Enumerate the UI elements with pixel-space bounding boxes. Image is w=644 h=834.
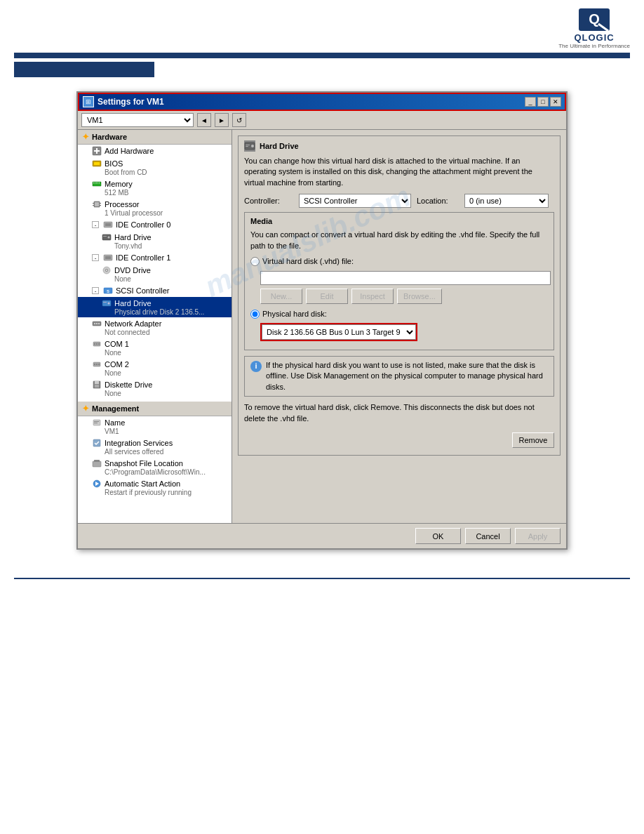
back-button[interactable]: ◄: [197, 113, 211, 127]
svg-rect-21: [105, 223, 111, 226]
svg-point-23: [108, 237, 110, 239]
memory-icon: [92, 179, 102, 189]
hardware-section-header: ✦ Hardware: [78, 130, 232, 145]
tree-item-bios[interactable]: BIOS Boot from CD: [78, 157, 232, 178]
com1-sub: None: [92, 349, 121, 357]
tree-item-dvd[interactable]: DVD Drive None: [78, 264, 232, 284]
hdd-ide0-sub: Tony.vhd: [102, 242, 142, 250]
add-hardware-label: Add Hardware: [105, 147, 154, 155]
svg-rect-5: [94, 150, 100, 152]
tree-item-ide0[interactable]: - IDE Controller 0: [78, 218, 232, 231]
network-sub: Not connected: [92, 329, 150, 336]
svg-rect-51: [94, 421, 99, 422]
minimize-button[interactable]: _: [525, 97, 536, 107]
scsi-icon: S: [103, 286, 113, 296]
add-hardware-icon: [92, 146, 102, 156]
name-label: Name: [105, 418, 125, 427]
svg-rect-12: [98, 182, 98, 184]
svg-point-41: [96, 343, 98, 345]
svg-rect-24: [103, 236, 107, 237]
hdd-scsi-label: Hard Drive: [114, 299, 152, 307]
name-icon: [92, 418, 102, 428]
tree-item-ide1[interactable]: - IDE Controller 1: [78, 251, 232, 264]
new-button[interactable]: New...: [260, 289, 302, 304]
svg-rect-16: [93, 203, 94, 204]
snapshot-label: Snapshot File Location: [105, 459, 183, 468]
snapshot-icon: [92, 458, 102, 468]
location-select[interactable]: 0 (in use): [464, 194, 549, 208]
svg-point-29: [106, 270, 107, 271]
refresh-button[interactable]: ↺: [232, 113, 246, 127]
controller-select[interactable]: SCSI Controller: [299, 194, 411, 208]
close-button[interactable]: ✕: [550, 97, 561, 107]
processor-icon: [92, 199, 102, 209]
dvd-icon: [102, 265, 112, 275]
integration-icon: [92, 438, 102, 448]
svg-rect-26: [105, 256, 111, 259]
svg-rect-38: [98, 323, 100, 324]
qlogic-logo-icon: Q: [577, 7, 611, 32]
vhd-radio-row: Virtual hard disk (.vhd) file:: [250, 257, 548, 266]
media-desc: You can compact or convert a virtual har…: [250, 230, 548, 251]
dialog-title: Settings for VM1: [98, 97, 164, 107]
tree-item-snapshot[interactable]: Snapshot File Location C:\ProgramData\Mi…: [78, 457, 232, 477]
tree-item-diskette[interactable]: Diskette Drive None: [78, 378, 232, 399]
physical-radio[interactable]: [250, 310, 260, 319]
vhd-radio[interactable]: [250, 257, 260, 266]
hdd-scsi-icon: [102, 298, 112, 308]
svg-point-44: [94, 364, 95, 365]
tree-item-memory[interactable]: Memory 512 MB: [78, 178, 232, 198]
hard-drive-section: Hard Drive You can change how this virtu…: [238, 135, 561, 456]
management-section-header: ✦ Management: [78, 402, 232, 416]
tree-item-autostart[interactable]: Automatic Start Action Restart if previo…: [78, 477, 232, 498]
tree-item-com2[interactable]: COM 2 None: [78, 358, 232, 378]
physical-disk-select[interactable]: Disk 2 136.56 GB Bus 0 Lun 3 Target 9: [262, 324, 416, 340]
tree-item-processor[interactable]: Processor 1 Virtual processor: [78, 198, 232, 218]
svg-rect-17: [93, 205, 94, 206]
tree-item-scsi[interactable]: - S SCSI Controller: [78, 284, 232, 297]
page-header: Q QLOGIC The Ultimate in Performance: [0, 0, 644, 53]
vhd-input[interactable]: [260, 271, 551, 285]
tree-item-com1[interactable]: COM 1 None: [78, 338, 232, 358]
dialog-body: ✦ Hardware Add Hardware: [78, 130, 566, 523]
tree-item-hdd-ide0[interactable]: Hard Drive Tony.vhd: [78, 231, 232, 251]
dialog-window: ⊞ Settings for VM1 _ □ ✕ VM1 ◄ ► ↺: [76, 91, 568, 550]
dvd-label: DVD Drive: [114, 266, 151, 274]
scsi-expand[interactable]: -: [92, 287, 99, 294]
svg-rect-54: [93, 461, 101, 467]
svg-rect-15: [95, 202, 99, 206]
svg-rect-48: [95, 381, 99, 384]
ok-button[interactable]: OK: [415, 528, 461, 544]
blue-bar-top: [14, 53, 630, 58]
diskette-sub: None: [92, 390, 121, 397]
inspect-button[interactable]: Inspect: [351, 289, 394, 304]
tree-item-hdd-scsi[interactable]: Hard Drive Physical drive Disk 2 136.5..…: [78, 297, 232, 317]
vm-dropdown[interactable]: VM1: [81, 113, 194, 127]
ide1-expand[interactable]: -: [92, 254, 99, 261]
apply-button[interactable]: Apply: [515, 528, 561, 544]
svg-rect-49: [95, 385, 99, 388]
tree-item-network[interactable]: Network Adapter Not connected: [78, 317, 232, 338]
section-title: Hard Drive: [260, 142, 299, 150]
main-content: ⊞ Settings for VM1 _ □ ✕ VM1 ◄ ► ↺: [0, 91, 644, 550]
star-icon: ✦: [82, 132, 89, 142]
browse-button[interactable]: Browse...: [397, 289, 442, 304]
restore-button[interactable]: □: [537, 97, 549, 107]
ide0-expand[interactable]: -: [92, 221, 99, 228]
svg-rect-61: [246, 146, 248, 147]
svg-rect-10: [95, 182, 95, 184]
forward-button[interactable]: ►: [215, 113, 229, 127]
tree-item-add-hardware[interactable]: Add Hardware: [78, 145, 232, 157]
section-group-title: Hard Drive: [244, 140, 554, 152]
edit-button[interactable]: Edit: [306, 289, 348, 304]
management-label: Management: [92, 404, 139, 413]
svg-point-33: [108, 303, 110, 305]
tree-item-name[interactable]: Name VM1: [78, 416, 232, 437]
media-group: Media You can compact or convert a virtu…: [244, 212, 554, 350]
tree-item-integration[interactable]: Integration Services All services offere…: [78, 437, 232, 457]
svg-rect-36: [94, 323, 95, 324]
cancel-button[interactable]: Cancel: [465, 528, 511, 544]
info-text: If the physical hard disk you want to us…: [266, 360, 548, 392]
svg-rect-55: [94, 460, 100, 462]
remove-button[interactable]: Remove: [512, 432, 554, 448]
